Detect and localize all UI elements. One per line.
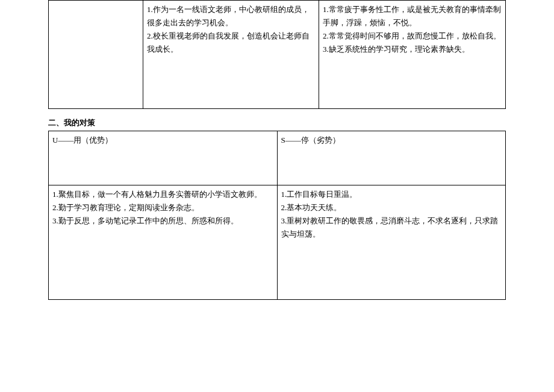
strategies-table: U——用（优势） S——停（劣势） 1.聚焦目标，做一个有人格魅力且务实善研的小… bbox=[48, 131, 506, 300]
swot-table-part: 1.作为一名一线语文老师，中心教研组的成员，很多走出去的学习机会。 2.校长重视… bbox=[48, 0, 506, 109]
table-row: 1.作为一名一线语文老师，中心教研组的成员，很多走出去的学习机会。 2.校长重视… bbox=[49, 1, 506, 109]
table-cell-empty bbox=[49, 1, 143, 109]
table-cell-opportunity: 1.作为一名一线语文老师，中心教研组的成员，很多走出去的学习机会。 2.校长重视… bbox=[143, 1, 319, 109]
header-use-strengths: U——用（优势） bbox=[49, 131, 278, 185]
section-title-strategies: 二、我的对策 bbox=[48, 117, 506, 128]
document-page: 1.作为一名一线语文老师，中心教研组的成员，很多走出去的学习机会。 2.校长重视… bbox=[0, 0, 554, 324]
table-row: 1.聚焦目标，做一个有人格魅力且务实善研的小学语文教师。 2.勤于学习教育理论，… bbox=[49, 185, 506, 300]
header-stop-weaknesses: S——停（劣势） bbox=[277, 131, 506, 185]
body-use-strengths: 1.聚焦目标，做一个有人格魅力且务实善研的小学语文教师。 2.勤于学习教育理论，… bbox=[49, 185, 278, 300]
body-stop-weaknesses: 1.工作目标每日重温。 2.基本功天天练。 3.重树对教研工作的敬畏感，忌消磨斗… bbox=[277, 185, 506, 300]
table-cell-threat: 1.常常疲于事务性工作，或是被无关教育的事情牵制手脚，浮躁，烦恼，不悦。 2.常… bbox=[319, 1, 506, 109]
table-row: U——用（优势） S——停（劣势） bbox=[49, 131, 506, 185]
